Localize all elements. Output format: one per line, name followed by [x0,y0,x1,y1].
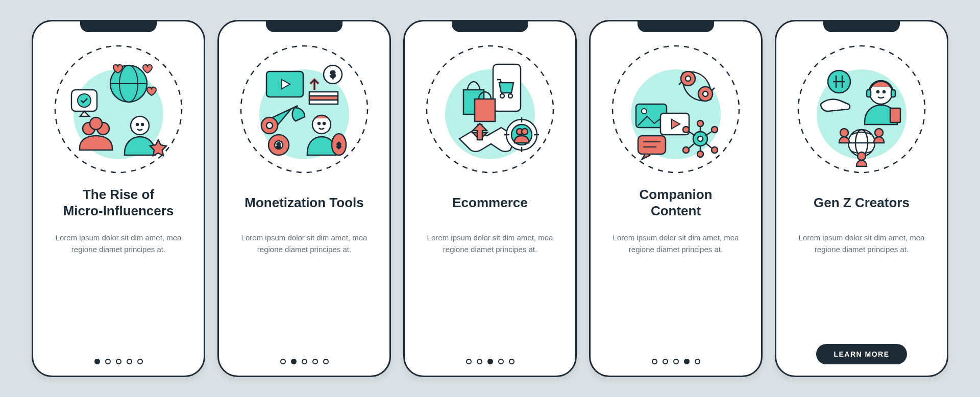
onboarding-phone-0: The Rise of Micro-Influencers Lorem ipsu… [32,20,205,377]
svg-point-88 [857,152,866,160]
svg-point-86 [840,129,848,137]
svg-point-28 [323,122,325,125]
phone-notch [452,20,528,32]
onboarding-phone-4: Gen Z Creators Lorem ipsum dolor sit dim… [775,20,948,377]
phone-notch [266,20,342,32]
slide-title: The Rise of Micro-Influencers [63,185,174,220]
svg-point-81 [883,91,885,93]
svg-point-65 [712,147,718,153]
onboarding-phone-1: $ $ $ [217,20,391,377]
svg-rect-82 [890,108,900,122]
dot-1[interactable] [291,359,297,364]
gen-z-creators-icon [795,43,928,176]
dot-2[interactable] [673,359,679,364]
dot-1[interactable] [105,359,111,364]
phone-notch [638,20,714,32]
svg-text:$: $ [277,141,281,150]
svg-point-52 [642,109,647,114]
svg-text:$: $ [337,141,341,150]
dot-2[interactable] [302,359,307,364]
dot-2[interactable] [116,359,121,364]
svg-point-80 [877,91,879,93]
pagination-dots [280,359,329,364]
phone-notch [823,20,900,32]
slide-title: Monetization Tools [244,185,364,220]
dot-3[interactable] [684,359,690,364]
dot-3[interactable] [312,359,318,364]
dot-4[interactable] [323,359,329,364]
dot-0[interactable] [94,359,100,364]
dot-4[interactable] [695,359,700,364]
slide-desc: Lorem ipsum dolor sit dim amet, mea regi… [417,232,563,256]
svg-point-6 [78,94,91,107]
companion-content-icon [609,43,742,176]
onboarding-phone-2: Ecommerce Lorem ipsum dolor sit dim amet… [403,20,577,377]
dot-0[interactable] [652,359,657,364]
svg-point-33 [500,94,504,98]
svg-point-12 [141,123,143,126]
onboarding-phone-3: Companion Content Lorem ipsum dolor sit … [589,20,763,377]
dot-4[interactable] [137,359,143,364]
svg-rect-18 [309,100,338,104]
svg-point-63 [712,127,718,133]
svg-rect-78 [867,90,871,97]
svg-point-69 [697,151,703,157]
svg-point-34 [508,94,512,98]
phone-notch [80,20,157,32]
dot-2[interactable] [487,359,493,364]
dot-0[interactable] [466,359,472,364]
svg-point-50 [703,91,708,96]
svg-point-61 [683,147,689,153]
slide-title: Ecommerce [452,185,527,220]
slide-title: Companion Content [640,185,713,220]
dot-1[interactable] [663,359,668,364]
svg-point-58 [698,136,703,141]
pagination-dots [94,359,143,364]
micro-influencers-icon [52,43,185,176]
dot-1[interactable] [477,359,482,364]
dot-3[interactable] [498,359,504,364]
svg-point-10 [131,116,149,135]
svg-point-40 [522,129,528,135]
monetization-tools-icon: $ $ $ [238,43,371,176]
dot-3[interactable] [127,359,132,364]
pagination-dots [652,359,700,364]
slide-desc: Lorem ipsum dolor sit dim amet, mea regi… [789,232,935,256]
svg-text:$: $ [330,69,335,80]
dot-4[interactable] [509,359,514,364]
slide-desc: Lorem ipsum dolor sit dim amet, mea regi… [603,232,749,256]
svg-rect-79 [891,90,895,97]
svg-point-59 [683,127,689,133]
svg-point-27 [318,122,320,125]
slide-desc: Lorem ipsum dolor sit dim amet, mea regi… [45,232,191,256]
svg-rect-36 [475,99,495,121]
dot-0[interactable] [280,359,286,364]
slide-title: Gen Z Creators [814,185,910,220]
svg-point-87 [875,129,883,137]
pagination-dots [466,359,514,364]
svg-rect-54 [638,136,666,154]
svg-point-11 [136,123,138,126]
learn-more-button[interactable]: LEARN MORE [816,344,906,364]
ecommerce-icon [424,43,556,176]
slide-desc: Lorem ipsum dolor sit dim amet, mea regi… [231,232,377,256]
svg-point-67 [697,120,703,127]
svg-point-22 [266,122,273,129]
svg-point-9 [90,117,102,130]
svg-point-48 [685,76,691,81]
